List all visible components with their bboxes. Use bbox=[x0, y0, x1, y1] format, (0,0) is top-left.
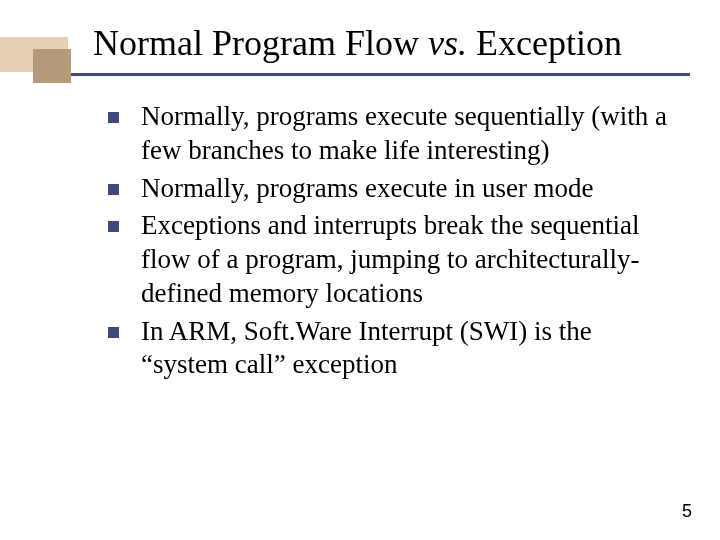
bullet-text: Normally, programs execute sequentially … bbox=[141, 100, 670, 168]
page-number: 5 bbox=[682, 501, 692, 522]
slide-body: Normally, programs execute sequentially … bbox=[108, 100, 670, 386]
title-underline bbox=[71, 73, 690, 76]
bullet-text: Normally, programs execute in user mode bbox=[141, 172, 670, 206]
list-item: Normally, programs execute sequentially … bbox=[108, 100, 670, 168]
list-item: Normally, programs execute in user mode bbox=[108, 172, 670, 206]
corner-decoration bbox=[0, 37, 85, 77]
square-bullet-icon bbox=[108, 112, 119, 123]
title-vs: vs. bbox=[428, 23, 467, 63]
list-item: In ARM, Soft.Ware Interrupt (SWI) is the… bbox=[108, 315, 670, 383]
title-post: Exception bbox=[467, 23, 622, 63]
square-bullet-icon bbox=[108, 221, 119, 232]
square-bullet-icon bbox=[108, 327, 119, 338]
slide-title: Normal Program Flow vs. Exception bbox=[93, 24, 700, 64]
slide: Normal Program Flow vs. Exception Normal… bbox=[0, 0, 720, 540]
corner-inner-box bbox=[33, 49, 71, 83]
list-item: Exceptions and interrupts break the sequ… bbox=[108, 209, 670, 310]
bullet-text: Exceptions and interrupts break the sequ… bbox=[141, 209, 670, 310]
title-pre: Normal Program Flow bbox=[93, 23, 428, 63]
square-bullet-icon bbox=[108, 184, 119, 195]
bullet-text: In ARM, Soft.Ware Interrupt (SWI) is the… bbox=[141, 315, 670, 383]
